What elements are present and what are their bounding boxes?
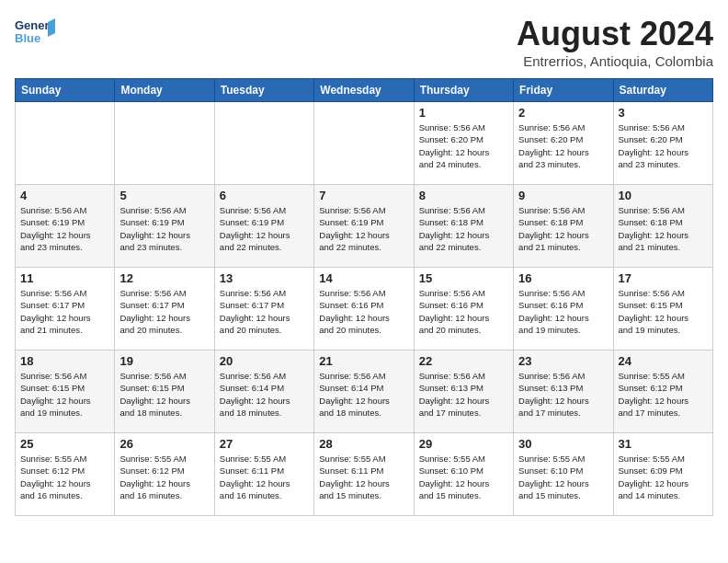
day-cell: 29Sunrise: 5:55 AM Sunset: 6:10 PM Dayli… (414, 433, 513, 516)
header-row: SundayMondayTuesdayWednesdayThursdayFrid… (16, 79, 713, 102)
day-cell: 7Sunrise: 5:56 AM Sunset: 6:19 PM Daylig… (314, 185, 414, 268)
day-cell: 24Sunrise: 5:55 AM Sunset: 6:12 PM Dayli… (613, 350, 712, 433)
day-info: Sunrise: 5:55 AM Sunset: 6:09 PM Dayligh… (619, 453, 708, 501)
day-number: 20 (220, 354, 309, 368)
day-number: 8 (419, 189, 508, 202)
header: General Blue August 2024 Entrerrios, Ant… (15, 15, 713, 69)
day-cell: 30Sunrise: 5:55 AM Sunset: 6:10 PM Dayli… (514, 433, 613, 516)
day-number: 2 (518, 106, 608, 120)
day-info: Sunrise: 5:55 AM Sunset: 6:12 PM Dayligh… (119, 453, 209, 501)
day-info: Sunrise: 5:56 AM Sunset: 6:18 PM Dayligh… (419, 204, 508, 253)
day-info: Sunrise: 5:56 AM Sunset: 6:20 PM Dayligh… (419, 121, 508, 170)
week-row-3: 11Sunrise: 5:56 AM Sunset: 6:17 PM Dayli… (16, 268, 713, 350)
day-info: Sunrise: 5:56 AM Sunset: 6:19 PM Dayligh… (319, 204, 408, 253)
day-cell: 5Sunrise: 5:56 AM Sunset: 6:19 PM Daylig… (115, 185, 214, 268)
day-cell: 18Sunrise: 5:56 AM Sunset: 6:15 PM Dayli… (16, 350, 115, 433)
day-number: 18 (20, 354, 109, 368)
day-info: Sunrise: 5:56 AM Sunset: 6:15 PM Dayligh… (619, 287, 708, 336)
day-number: 9 (518, 189, 608, 202)
day-info: Sunrise: 5:55 AM Sunset: 6:10 PM Dayligh… (518, 453, 608, 501)
day-cell: 25Sunrise: 5:55 AM Sunset: 6:12 PM Dayli… (16, 433, 115, 516)
day-header-wednesday: Wednesday (314, 79, 414, 102)
day-cell: 4Sunrise: 5:56 AM Sunset: 6:19 PM Daylig… (16, 185, 115, 268)
day-number: 26 (119, 437, 209, 451)
day-number: 28 (319, 437, 408, 451)
day-cell: 27Sunrise: 5:55 AM Sunset: 6:11 PM Dayli… (214, 433, 313, 516)
day-cell: 13Sunrise: 5:56 AM Sunset: 6:17 PM Dayli… (214, 268, 313, 350)
day-info: Sunrise: 5:56 AM Sunset: 6:15 PM Dayligh… (119, 370, 209, 419)
day-number: 24 (619, 354, 708, 368)
day-info: Sunrise: 5:56 AM Sunset: 6:16 PM Dayligh… (319, 287, 408, 336)
day-number: 11 (20, 271, 109, 285)
day-number: 22 (419, 354, 508, 368)
day-cell (214, 102, 313, 185)
day-info: Sunrise: 5:56 AM Sunset: 6:17 PM Dayligh… (220, 287, 309, 336)
day-number: 12 (119, 271, 209, 285)
day-number: 1 (419, 106, 508, 120)
day-number: 14 (319, 271, 408, 285)
day-cell: 1Sunrise: 5:56 AM Sunset: 6:20 PM Daylig… (414, 102, 513, 185)
day-cell: 11Sunrise: 5:56 AM Sunset: 6:17 PM Dayli… (16, 268, 115, 350)
week-row-4: 18Sunrise: 5:56 AM Sunset: 6:15 PM Dayli… (16, 350, 713, 433)
day-info: Sunrise: 5:56 AM Sunset: 6:16 PM Dayligh… (419, 287, 508, 336)
day-info: Sunrise: 5:56 AM Sunset: 6:18 PM Dayligh… (518, 204, 608, 253)
day-info: Sunrise: 5:56 AM Sunset: 6:19 PM Dayligh… (220, 204, 309, 253)
day-number: 13 (220, 271, 309, 285)
week-row-2: 4Sunrise: 5:56 AM Sunset: 6:19 PM Daylig… (16, 185, 713, 268)
day-number: 29 (419, 437, 508, 451)
calendar-table: SundayMondayTuesdayWednesdayThursdayFrid… (15, 78, 713, 516)
week-row-5: 25Sunrise: 5:55 AM Sunset: 6:12 PM Dayli… (16, 433, 713, 516)
day-header-friday: Friday (514, 79, 613, 102)
day-cell (115, 102, 214, 185)
logo: General Blue (15, 15, 55, 48)
month-year: August 2024 (517, 15, 713, 53)
day-number: 5 (119, 189, 209, 202)
day-header-tuesday: Tuesday (214, 79, 313, 102)
day-info: Sunrise: 5:56 AM Sunset: 6:19 PM Dayligh… (119, 204, 209, 253)
day-cell: 19Sunrise: 5:56 AM Sunset: 6:15 PM Dayli… (115, 350, 214, 433)
day-info: Sunrise: 5:56 AM Sunset: 6:19 PM Dayligh… (20, 204, 109, 253)
day-cell: 6Sunrise: 5:56 AM Sunset: 6:19 PM Daylig… (214, 185, 313, 268)
day-number: 25 (20, 437, 109, 451)
svg-text:Blue: Blue (15, 31, 40, 45)
day-cell: 9Sunrise: 5:56 AM Sunset: 6:18 PM Daylig… (514, 185, 613, 268)
day-info: Sunrise: 5:56 AM Sunset: 6:14 PM Dayligh… (220, 370, 309, 419)
day-cell: 3Sunrise: 5:56 AM Sunset: 6:20 PM Daylig… (613, 102, 712, 185)
day-cell: 8Sunrise: 5:56 AM Sunset: 6:18 PM Daylig… (414, 185, 513, 268)
day-cell: 16Sunrise: 5:56 AM Sunset: 6:16 PM Dayli… (514, 268, 613, 350)
day-number: 19 (119, 354, 209, 368)
week-row-1: 1Sunrise: 5:56 AM Sunset: 6:20 PM Daylig… (16, 102, 713, 185)
day-info: Sunrise: 5:55 AM Sunset: 6:12 PM Dayligh… (619, 370, 708, 419)
day-number: 7 (319, 189, 408, 202)
day-number: 10 (619, 189, 708, 202)
location: Entrerrios, Antioquia, Colombia (517, 53, 713, 69)
day-cell: 12Sunrise: 5:56 AM Sunset: 6:17 PM Dayli… (115, 268, 214, 350)
day-number: 6 (220, 189, 309, 202)
day-cell: 23Sunrise: 5:56 AM Sunset: 6:13 PM Dayli… (514, 350, 613, 433)
day-info: Sunrise: 5:56 AM Sunset: 6:17 PM Dayligh… (119, 287, 209, 336)
day-cell: 26Sunrise: 5:55 AM Sunset: 6:12 PM Dayli… (115, 433, 214, 516)
day-header-sunday: Sunday (16, 79, 115, 102)
day-cell: 21Sunrise: 5:56 AM Sunset: 6:14 PM Dayli… (314, 350, 414, 433)
day-info: Sunrise: 5:56 AM Sunset: 6:13 PM Dayligh… (518, 370, 608, 419)
day-cell (314, 102, 414, 185)
day-number: 27 (220, 437, 309, 451)
day-cell (16, 102, 115, 185)
day-cell: 17Sunrise: 5:56 AM Sunset: 6:15 PM Dayli… (613, 268, 712, 350)
day-info: Sunrise: 5:56 AM Sunset: 6:17 PM Dayligh… (20, 287, 109, 336)
day-cell: 14Sunrise: 5:56 AM Sunset: 6:16 PM Dayli… (314, 268, 414, 350)
logo-icon: General Blue (15, 15, 55, 48)
day-number: 31 (619, 437, 708, 451)
day-number: 4 (20, 189, 109, 202)
title-area: August 2024 Entrerrios, Antioquia, Colom… (517, 15, 713, 69)
day-number: 17 (619, 271, 708, 285)
day-cell: 22Sunrise: 5:56 AM Sunset: 6:13 PM Dayli… (414, 350, 513, 433)
day-header-thursday: Thursday (414, 79, 513, 102)
day-cell: 15Sunrise: 5:56 AM Sunset: 6:16 PM Dayli… (414, 268, 513, 350)
day-info: Sunrise: 5:55 AM Sunset: 6:11 PM Dayligh… (220, 453, 309, 501)
day-info: Sunrise: 5:55 AM Sunset: 6:11 PM Dayligh… (319, 453, 408, 501)
day-info: Sunrise: 5:55 AM Sunset: 6:12 PM Dayligh… (20, 453, 109, 501)
day-number: 23 (518, 354, 608, 368)
day-info: Sunrise: 5:56 AM Sunset: 6:16 PM Dayligh… (518, 287, 608, 336)
day-info: Sunrise: 5:56 AM Sunset: 6:15 PM Dayligh… (20, 370, 109, 419)
